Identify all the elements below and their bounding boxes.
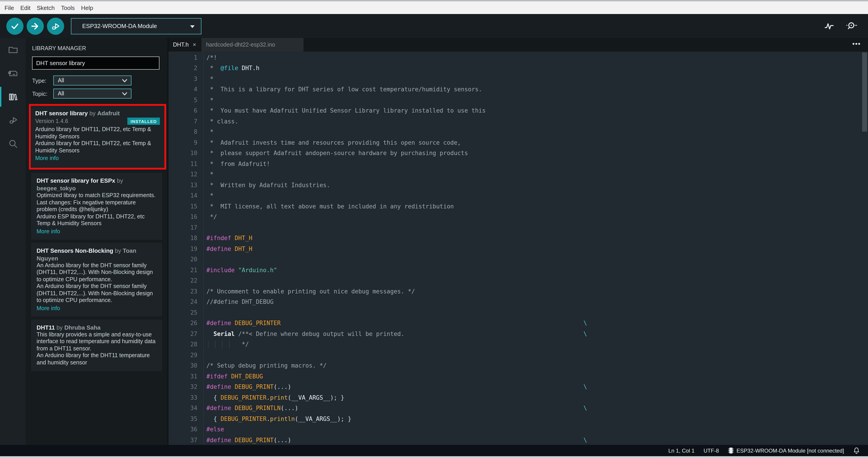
upload-button[interactable] <box>27 18 44 35</box>
tab-label: DHT.h <box>173 41 189 48</box>
library-entry[interactable]: DHT sensor library by AdafruitVersion 1.… <box>29 104 166 170</box>
code-line: 34#define DEBUG_PRINTLN(...)\ <box>168 403 868 414</box>
line-number: 19 <box>168 244 204 254</box>
line-number: 21 <box>168 265 204 276</box>
library-entry-title: DHT sensor library by Adafruit <box>35 109 160 117</box>
line-number: 8 <box>168 127 204 138</box>
line-number: 36 <box>168 424 204 435</box>
tab-dht-h[interactable]: DHT.h × <box>168 38 201 52</box>
chevron-down-icon <box>122 79 127 83</box>
code-line: 19#define DHT_H <box>168 244 868 254</box>
encoding-label: UTF-8 <box>704 447 719 454</box>
more-info-link[interactable]: More info <box>35 155 160 162</box>
code-editor[interactable]: 1/*!2 * @file DHT.h3 *4 * This is a libr… <box>168 52 868 445</box>
tab-label: hardcoded-dht22-esp32.ino <box>206 41 275 48</box>
code-line: 23/* Uncomment to enable printing out ni… <box>168 286 868 297</box>
window-bottom-border <box>0 456 868 458</box>
code-line: 7 * class. <box>168 116 868 127</box>
line-number: 17 <box>168 223 204 233</box>
code-line: 13 * Written by Adafruit Industries. <box>168 180 868 191</box>
library-description: Arduino library for DHT11, DHT22, etc Te… <box>35 126 160 140</box>
code-line: 33 { DEBUG_PRINTER.print(__VA_ARGS__); } <box>168 393 868 403</box>
sidebar-item-search[interactable] <box>0 132 26 155</box>
topic-filter-value: All <box>58 90 64 97</box>
sidebar-item-sketchbook[interactable] <box>0 38 26 61</box>
sidebar-item-library-manager[interactable] <box>0 85 26 109</box>
library-entry[interactable]: DHT sensor library for ESPx by beegee_to… <box>31 173 162 239</box>
code-line: 5 * <box>168 95 868 106</box>
code-line: 35 { DEBUG_PRINTER.println(__VA_ARGS__);… <box>168 414 868 424</box>
board-selector-dropdown[interactable]: ESP32-WROOM-DA Module <box>71 18 202 34</box>
board-status: ESP32-WROOM-DA Module [not connected] <box>737 447 844 454</box>
library-search-box[interactable] <box>32 57 159 69</box>
debug-button[interactable] <box>47 18 64 35</box>
library-description: Optimized libray to match ESP32 requirem… <box>37 192 157 213</box>
menu-help[interactable]: Help <box>81 4 99 11</box>
activity-bar <box>0 38 26 445</box>
line-number: 18 <box>168 233 204 244</box>
library-search-input[interactable] <box>32 60 159 66</box>
more-actions-icon[interactable]: ••• <box>852 40 861 48</box>
library-manager-panel: LIBRARY MANAGER Type: All Topic: <box>26 38 168 445</box>
type-filter-value: All <box>58 77 64 84</box>
library-entry[interactable]: DHT Sensors Non-Blocking by Toan NguyenA… <box>31 242 162 316</box>
chip-icon <box>728 447 734 454</box>
type-filter-select[interactable]: All <box>53 76 131 85</box>
line-number: 24 <box>168 297 204 308</box>
line-number: 27 <box>168 329 204 339</box>
debug-sidebar-icon <box>7 115 18 126</box>
type-filter-label: Type: <box>32 77 53 84</box>
menu-edit[interactable]: Edit <box>20 4 36 11</box>
close-icon[interactable]: × <box>193 41 196 48</box>
code-line: 37#define DEBUG_PRINT(...)\ <box>168 435 868 445</box>
code-line: 10 * please support Adafruit andopen-sou… <box>168 148 868 159</box>
debug-bug-icon <box>51 21 61 31</box>
serial-monitor-icon[interactable] <box>845 21 857 31</box>
topic-filter-select[interactable]: All <box>53 89 131 98</box>
line-number: 29 <box>168 350 204 361</box>
library-description: This library provides a simple and easy-… <box>37 331 157 352</box>
toolbar: ESP32-WROOM-DA Module <box>0 14 868 38</box>
line-number: 6 <box>168 106 204 116</box>
notifications-bell-icon[interactable] <box>853 447 860 454</box>
line-number: 30 <box>168 361 204 371</box>
library-description: Arduino ESP library for DHT11, DHT22, et… <box>37 213 157 227</box>
code-line: 36#else <box>168 424 868 435</box>
menu-sketch[interactable]: Sketch <box>37 4 61 11</box>
line-number: 5 <box>168 95 204 106</box>
chevron-down-icon <box>190 25 195 28</box>
tab-bar: DHT.h × hardcoded-dht22-esp32.ino ••• <box>168 38 868 52</box>
code-line: 24//#define DHT_DEBUG <box>168 297 868 308</box>
code-line: 29 <box>168 350 868 361</box>
installed-badge: INSTALLED <box>127 118 160 125</box>
serial-plotter-icon[interactable] <box>824 21 835 31</box>
more-info-link[interactable]: More info <box>37 305 157 311</box>
verify-button[interactable] <box>6 18 24 35</box>
line-number: 3 <box>168 74 204 84</box>
code-line: 14 * <box>168 191 868 201</box>
library-entry[interactable]: DHT11 by Dhruba SahaThis library provide… <box>31 319 162 371</box>
line-continuation-backslash: \ <box>584 329 587 339</box>
sidebar-item-boards-manager[interactable] <box>0 61 26 85</box>
code-line: 31#ifdef DHT_DEBUG <box>168 371 868 382</box>
library-description: An Arduino library for the DHT sensor fa… <box>37 283 157 304</box>
line-number: 31 <box>168 371 204 382</box>
arrow-right-icon <box>30 21 40 31</box>
line-continuation-backslash: \ <box>584 403 587 414</box>
topic-filter-label: Topic: <box>32 90 53 97</box>
search-icon <box>7 138 18 149</box>
sidebar-item-debug[interactable] <box>0 109 26 132</box>
editor-scrollbar[interactable] <box>862 53 867 132</box>
code-line: 28│ │ │ │ */ <box>168 339 868 350</box>
code-line: 12 * <box>168 169 868 180</box>
menu-bar: FileEditSketchToolsHelp <box>0 1 868 14</box>
code-line: 18#ifndef DHT_H <box>168 233 868 244</box>
tab-sketch-ino[interactable]: hardcoded-dht22-esp32.ino <box>202 38 304 52</box>
more-info-link[interactable]: More info <box>37 228 157 234</box>
cursor-position: Ln 1, Col 1 <box>669 447 694 454</box>
menu-tools[interactable]: Tools <box>61 4 81 11</box>
code-line: 26#define DEBUG_PRINTER\ <box>168 318 868 329</box>
line-number: 9 <box>168 138 204 148</box>
library-description: An Arduino library for the DHT11 tempera… <box>37 352 157 366</box>
menu-file[interactable]: File <box>4 4 20 11</box>
